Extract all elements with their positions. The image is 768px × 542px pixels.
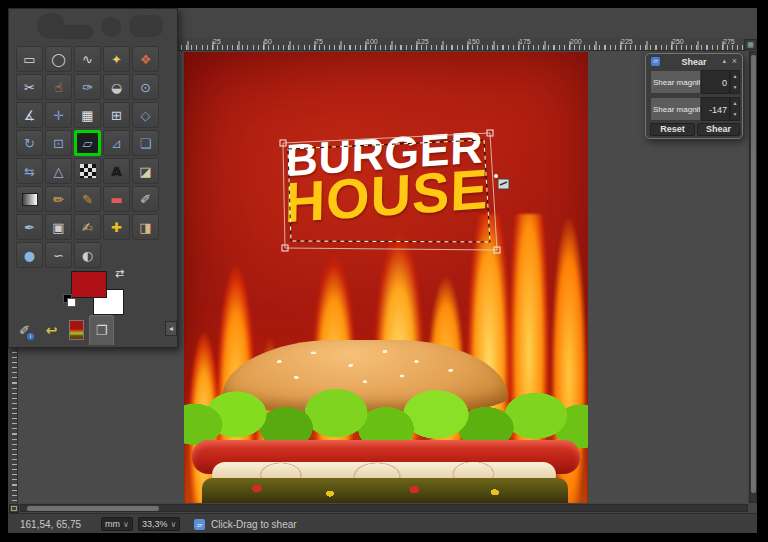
rotate-icon: ↻ bbox=[24, 136, 35, 151]
tool-paintbrush[interactable]: ✎ bbox=[74, 186, 101, 212]
ruler-label-75: 75 bbox=[315, 38, 323, 45]
tool-text[interactable]: A bbox=[103, 158, 130, 184]
tool-rectangle-select[interactable]: ▭ bbox=[16, 46, 43, 72]
tool-gradient[interactable] bbox=[16, 186, 43, 212]
tool-flip[interactable]: ⇆ bbox=[16, 158, 43, 184]
airbrush-icon: ✐ bbox=[140, 192, 151, 207]
ruler-label-125: 125 bbox=[417, 38, 429, 45]
tool-eraser[interactable]: ▬ bbox=[103, 186, 130, 212]
mypaint-brush-icon: ✍ bbox=[82, 220, 93, 235]
vertical-scrollbar[interactable] bbox=[749, 51, 757, 503]
tool-ink[interactable]: ✒ bbox=[16, 214, 43, 240]
shear-y-input[interactable]: -147 bbox=[701, 97, 730, 121]
shear-bounds-outline[interactable] bbox=[283, 133, 497, 250]
device-status-icon: ❐ bbox=[96, 323, 108, 338]
screenshot-stage: 255075100125150175200225250275 ▦ BURGER … bbox=[0, 0, 768, 542]
ink-icon: ✒ bbox=[24, 220, 35, 235]
heal-icon: ✚ bbox=[111, 220, 122, 235]
tool-rotate[interactable]: ↻ bbox=[16, 130, 43, 156]
tool-cage-transform[interactable]: △ bbox=[45, 158, 72, 184]
tool-color-picker[interactable]: ◒ bbox=[103, 74, 130, 100]
vertical-scrollbar-thumb[interactable] bbox=[751, 55, 756, 493]
shear-selection-overlay[interactable] bbox=[184, 52, 588, 503]
ruler-label-250: 250 bbox=[672, 38, 684, 45]
ruler-label-175: 175 bbox=[519, 38, 531, 45]
shear-x-spinner[interactable]: ▲ ▼ bbox=[730, 70, 740, 94]
tool-ellipse-select[interactable]: ◯ bbox=[45, 46, 72, 72]
quick-mask-toggle[interactable] bbox=[9, 504, 19, 513]
ruler-label-200: 200 bbox=[570, 38, 582, 45]
tool-handle-transform[interactable]: ❏ bbox=[132, 130, 159, 156]
eraser-icon: ▬ bbox=[110, 192, 122, 207]
tool-measure[interactable]: ∡ bbox=[16, 102, 43, 128]
tab-scroll-left-button[interactable]: ◂ bbox=[165, 321, 177, 336]
spinner-up-icon[interactable]: ▲ bbox=[733, 73, 738, 79]
poster-canvas-image[interactable]: BURGER HOUSE bbox=[184, 52, 588, 503]
dockable-tab-strip: ✐ i ↩ ❐ ◂ bbox=[9, 313, 177, 347]
color-picker-icon: ◒ bbox=[111, 80, 122, 95]
tool-bucket-fill[interactable]: ◪ bbox=[132, 158, 159, 184]
tool-perspective[interactable]: ⊿ bbox=[103, 130, 130, 156]
tool-fuzzy-select[interactable]: ✦ bbox=[103, 46, 130, 72]
tool-blur-sharpen[interactable]: ● bbox=[16, 242, 43, 268]
collapse-icon[interactable]: ▴ bbox=[722, 57, 726, 65]
tool-align[interactable]: ▦ bbox=[74, 102, 101, 128]
default-colors-icon[interactable] bbox=[63, 294, 77, 308]
tool-heal[interactable]: ✚ bbox=[103, 214, 130, 240]
status-hint-message: Click-Drag to shear bbox=[211, 519, 297, 530]
zoom-value: 33,3% bbox=[142, 519, 168, 529]
tool-zoom[interactable]: ⊙ bbox=[132, 74, 159, 100]
gradient-icon bbox=[22, 193, 38, 206]
shear-icon: ▱ bbox=[83, 136, 93, 151]
warp-transform-icon bbox=[80, 164, 96, 178]
info-dot-icon: i bbox=[27, 333, 34, 340]
spinner-up-icon[interactable]: ▲ bbox=[733, 100, 738, 106]
tool-grid: ▭◯∿✦❖✂☝✑◒⊙∡✛▦⊞◇↻⊡▱⊿❏⇆△A◪✏✎▬✐✒▣✍✚◨●∽◐ bbox=[15, 45, 163, 269]
unit-dropdown[interactable]: mm∨ bbox=[101, 517, 133, 531]
selection-ants-light bbox=[288, 140, 490, 242]
tool-free-select[interactable]: ∿ bbox=[74, 46, 101, 72]
gimp-image-window: 255075100125150175200225250275 ▦ BURGER … bbox=[8, 8, 757, 533]
spinner-down-icon[interactable]: ▼ bbox=[733, 84, 738, 90]
horizontal-scrollbar-thumb[interactable] bbox=[27, 506, 159, 511]
close-icon[interactable]: × bbox=[732, 56, 737, 66]
shear-x-input[interactable]: 0 bbox=[701, 70, 730, 94]
paintbrush-icon: ✎ bbox=[82, 192, 93, 207]
tool-perspective-clone[interactable]: ◨ bbox=[132, 214, 159, 240]
tool-select-by-color[interactable]: ❖ bbox=[132, 46, 159, 72]
tool-unified-transform[interactable]: ◇ bbox=[132, 102, 159, 128]
tool-crop[interactable]: ⊞ bbox=[103, 102, 130, 128]
foreground-select-icon: ☝ bbox=[55, 80, 63, 95]
active-tool-status-icon: ▱ bbox=[194, 519, 205, 530]
tool-mypaint-brush[interactable]: ✍ bbox=[74, 214, 101, 240]
zoom-dropdown[interactable]: 33,3%∨ bbox=[138, 517, 180, 531]
tool-airbrush[interactable]: ✐ bbox=[132, 186, 159, 212]
tab-image-thumbnail[interactable] bbox=[64, 315, 89, 345]
swap-colors-icon[interactable]: ⇄ bbox=[115, 267, 124, 280]
tool-clone[interactable]: ▣ bbox=[45, 214, 72, 240]
tab-undo-history[interactable]: ↩ bbox=[39, 315, 64, 345]
shear-apply-button[interactable]: Shear bbox=[697, 123, 740, 136]
tool-paths[interactable]: ✑ bbox=[74, 74, 101, 100]
blur-sharpen-icon: ● bbox=[24, 248, 35, 263]
tab-device-status[interactable]: ❐ bbox=[89, 315, 114, 345]
spinner-down-icon[interactable]: ▼ bbox=[733, 111, 738, 117]
ruler-label-150: 150 bbox=[468, 38, 480, 45]
tool-warp-transform[interactable] bbox=[74, 158, 101, 184]
horizontal-scrollbar[interactable] bbox=[20, 504, 748, 512]
tool-shear[interactable]: ▱ bbox=[74, 130, 101, 156]
tab-tool-options[interactable]: ✐ i bbox=[12, 315, 37, 345]
shear-y-spinner[interactable]: ▲ ▼ bbox=[730, 97, 740, 121]
tool-scale[interactable]: ⊡ bbox=[45, 130, 72, 156]
zoom-icon: ⊙ bbox=[140, 80, 151, 95]
shear-dialog-titlebar[interactable]: ▱ Shear ▴ × bbox=[646, 54, 742, 69]
reset-button[interactable]: Reset bbox=[650, 123, 695, 136]
cage-transform-icon: △ bbox=[54, 164, 64, 179]
tool-pencil[interactable]: ✏ bbox=[45, 186, 72, 212]
navigation-corner-icon[interactable]: ▦ bbox=[744, 39, 757, 50]
pencil-icon: ✏ bbox=[53, 192, 64, 207]
tool-scissors-select[interactable]: ✂ bbox=[16, 74, 43, 100]
tool-move[interactable]: ✛ bbox=[45, 102, 72, 128]
tool-foreground-select[interactable]: ☝ bbox=[45, 74, 72, 100]
ruler-label-275: 275 bbox=[723, 38, 735, 45]
